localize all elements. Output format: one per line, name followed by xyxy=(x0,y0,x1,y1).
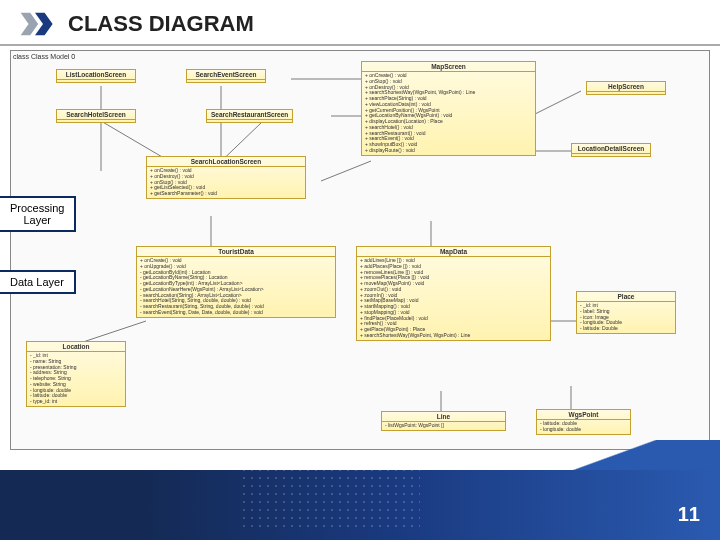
class-mapdata: MapData + addLines(Line []) : void+ addP… xyxy=(356,246,551,341)
class-mapscreen: MapScreen + onCreate() : void+ onStop() … xyxy=(361,61,536,156)
class-location: Location - _id: int- name: String - pres… xyxy=(26,341,126,407)
class-locationdetailscreen: LocationDetailScreen xyxy=(571,143,651,157)
chevron-logo-icon xyxy=(18,8,60,40)
class-line: Line - listWgsPoint: WgsPoint [] xyxy=(381,411,506,431)
class-searcheventscreen: SearchEventScreen xyxy=(186,69,266,83)
class-mapscreen-methods: + onCreate() : void+ onStop() : void + o… xyxy=(362,72,535,155)
slide-header: CLASS DIAGRAM xyxy=(0,0,720,46)
class-wgspoint: WgsPoint - latitude: double- longitude: … xyxy=(536,409,631,435)
class-searchlocationscreen: SearchLocationScreen + onCreate() : void… xyxy=(146,156,306,199)
class-helpscreen: HelpScreen xyxy=(586,81,666,95)
footer-dot-grid xyxy=(240,450,420,530)
page-number: 11 xyxy=(678,503,700,526)
slide-footer: 11 xyxy=(0,470,720,540)
callout-data-layer: Data Layer xyxy=(0,270,76,294)
class-searchrestaurantscreen: SearchRestaurantScreen xyxy=(206,109,293,123)
class-place: Place - _id: int- label: String - icon: … xyxy=(576,291,676,334)
class-touristdata: TouristData + onCreate() : void+ onUpgra… xyxy=(136,246,336,318)
slide-title: CLASS DIAGRAM xyxy=(68,11,254,37)
class-listlocationscreen: ListLocationScreen xyxy=(56,69,136,83)
callout-processing-layer: Processing Layer xyxy=(0,196,76,232)
class-searchhotelscreen: SearchHotelScreen xyxy=(56,109,136,123)
svg-line-6 xyxy=(321,161,371,181)
uml-canvas: class Class Model 0 ListLocationScreen S… xyxy=(10,50,710,450)
